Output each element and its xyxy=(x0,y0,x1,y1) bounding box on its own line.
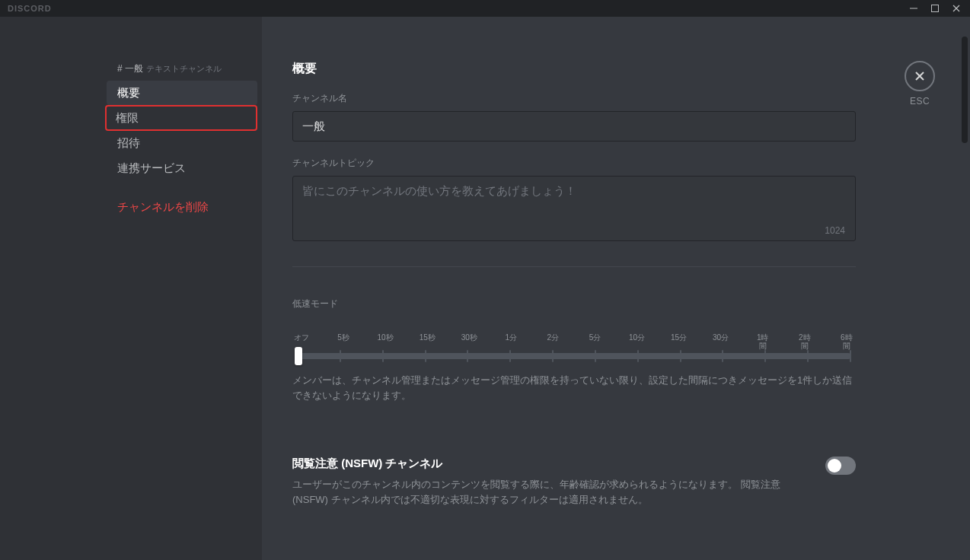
close-button[interactable] xyxy=(905,61,935,91)
slider-thumb[interactable] xyxy=(295,347,302,365)
window-close-button[interactable] xyxy=(946,0,967,17)
nsfw-toggle[interactable] xyxy=(825,457,856,475)
channel-hash: # xyxy=(117,63,125,74)
slowmode-slider[interactable]: オフ 5秒 10秒 15秒 30秒 1分 2分 5分 10分 15分 30分 1… xyxy=(292,333,856,359)
svg-rect-1 xyxy=(932,5,939,12)
sidebar-item-label: 権限 xyxy=(116,111,139,124)
channel-type-label: テキストチャンネル xyxy=(146,63,222,75)
minimize-button[interactable] xyxy=(903,0,924,17)
slowmode-label: 低速モード xyxy=(292,298,856,310)
sidebar-item-label: 招待 xyxy=(117,136,140,149)
app-logo: DISCORD xyxy=(3,4,52,13)
sidebar-item-invites[interactable]: 招待 xyxy=(107,131,257,155)
channel-name-field-label: チャンネル名 xyxy=(292,92,856,105)
esc-label: ESC xyxy=(905,96,935,107)
close-icon xyxy=(914,70,926,82)
sidebar-delete-channel[interactable]: チャンネルを削除 xyxy=(107,189,262,225)
scrollbar[interactable] xyxy=(962,37,968,143)
close-escape: ESC xyxy=(905,61,935,107)
slowmode-help-text: メンバーは、チャンネル管理またはメッセージ管理の権限を持っていない限り、設定した… xyxy=(292,373,856,403)
sidebar-item-overview[interactable]: 概要 xyxy=(107,81,257,105)
topic-char-counter: 1024 xyxy=(825,225,845,236)
sidebar-gutter xyxy=(0,17,107,560)
maximize-button[interactable] xyxy=(924,0,946,17)
channel-topic-input[interactable] xyxy=(292,176,856,241)
channel-name-input[interactable] xyxy=(292,111,856,142)
sidebar-item-integrations[interactable]: 連携サービス xyxy=(107,156,257,180)
channel-topic-field-label: チャンネルトピック xyxy=(292,157,856,170)
sidebar-channel-header: # 一般 テキストチャンネル xyxy=(107,62,262,80)
divider xyxy=(292,266,856,267)
settings-content: 概要 チャンネル名 チャンネルトピック 1024 低速モード オフ 5秒 10秒 xyxy=(262,17,886,560)
settings-sidebar: # 一般 テキストチャンネル 概要 権限 招待 連携サービス チャンネルを削除 xyxy=(107,17,262,560)
channel-name: 一般 xyxy=(125,63,143,74)
slowmode-ticks: オフ 5秒 10秒 15秒 30秒 1分 2分 5分 10分 15分 30分 1… xyxy=(292,333,856,350)
sidebar-item-label: 連携サービス xyxy=(117,161,186,174)
toggle-knob xyxy=(828,459,841,473)
nsfw-title: 閲覧注意 (NSFW) チャンネル xyxy=(292,457,810,471)
sidebar-item-label: 概要 xyxy=(117,86,140,99)
titlebar: DISCORD xyxy=(0,0,970,17)
slider-track[interactable] xyxy=(297,353,851,359)
page-title: 概要 xyxy=(292,61,856,77)
sidebar-delete-label: チャンネルを削除 xyxy=(117,200,209,213)
nsfw-description: ユーザーがこのチャンネル内のコンテンツを閲覧する際に、年齢確認が求められるように… xyxy=(292,477,810,508)
sidebar-item-permissions[interactable]: 権限 xyxy=(105,105,257,131)
